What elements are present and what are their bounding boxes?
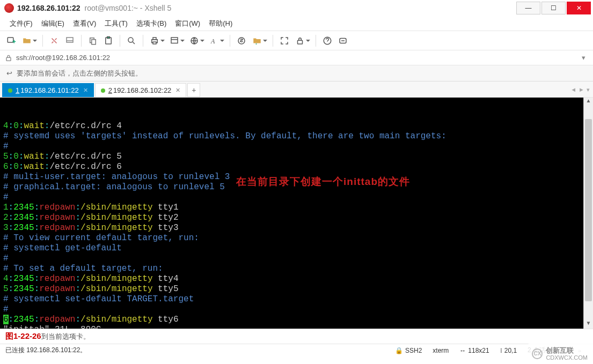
terminal-line: 5:0:wait:/etc/rc.d/rc 5 bbox=[3, 152, 582, 162]
terminal[interactable]: 4:0:wait:/etc/rc.d/rc 4# systemd uses 't… bbox=[0, 98, 583, 329]
resize-icon: ↔ bbox=[459, 347, 466, 354]
tab-number: 2 bbox=[108, 86, 112, 94]
terminal-line: # systemctl get-default bbox=[3, 243, 582, 254]
terminal-line: # To set a default target, run: bbox=[3, 264, 582, 274]
menu-edit[interactable]: 编辑(E) bbox=[37, 17, 69, 31]
svg-point-6 bbox=[128, 38, 133, 42]
svg-rect-14 bbox=[298, 40, 303, 44]
tab-prev-icon[interactable]: ◄ bbox=[570, 86, 576, 93]
annotation-text: 在当前目录下创建一个inittab的文件 bbox=[236, 176, 410, 187]
print-icon[interactable] bbox=[148, 34, 162, 48]
menu-window[interactable]: 窗口(W) bbox=[171, 17, 204, 31]
compose-icon[interactable] bbox=[336, 34, 350, 48]
web-icon[interactable] bbox=[187, 34, 201, 48]
watermark-logo-icon: CX bbox=[532, 348, 543, 359]
status-bar: 已连接 192.168.26.101:22。 🔒SSH2 xterm ↔118x… bbox=[0, 344, 593, 356]
arrow-back-icon[interactable]: ↩ bbox=[6, 69, 12, 77]
tab-list-icon[interactable]: ▾ bbox=[587, 86, 590, 93]
terminal-line: # bbox=[3, 254, 582, 264]
scroll-thumb[interactable] bbox=[585, 119, 592, 301]
terminal-line: 2:2345:redpawn:/sbin/mingetty tty2 bbox=[3, 213, 582, 223]
info-text: 要添加当前会话，点击左侧的箭头按钮。 bbox=[17, 69, 142, 78]
menu-view[interactable]: 查看(V) bbox=[69, 17, 100, 31]
minimize-button[interactable]: — bbox=[516, 2, 540, 14]
terminal-line: # bbox=[3, 304, 582, 315]
scroll-up-icon[interactable]: ▲ bbox=[584, 98, 593, 106]
new-session-icon[interactable] bbox=[4, 34, 18, 48]
scrollbar[interactable]: ▲ ▼ bbox=[583, 98, 593, 329]
svg-rect-0 bbox=[8, 38, 13, 42]
address-input[interactable]: ssh://root@192.168.26.101:22 bbox=[16, 54, 578, 62]
open-session-icon[interactable] bbox=[20, 34, 34, 48]
add-tab-button[interactable]: + bbox=[187, 83, 200, 97]
session-tab[interactable]: 1 192.168.26.101:22✕ bbox=[2, 83, 94, 97]
font-icon[interactable]: A bbox=[207, 34, 221, 48]
menu-help[interactable]: 帮助(H) bbox=[204, 17, 237, 31]
maximize-button[interactable]: ☐ bbox=[541, 2, 566, 14]
disconnect-icon[interactable] bbox=[63, 34, 77, 48]
scroll-down-icon[interactable]: ▼ bbox=[584, 320, 593, 329]
figure-label: 图1-22-26 bbox=[5, 331, 41, 341]
menu-tabs[interactable]: 选项卡(B) bbox=[132, 17, 171, 31]
tab-next-icon[interactable]: ► bbox=[579, 86, 584, 93]
link-icon bbox=[4, 54, 13, 62]
tab-label: 192.168.26.101:22 bbox=[20, 86, 78, 94]
properties-icon[interactable] bbox=[167, 34, 181, 48]
tab-number: 1 bbox=[16, 86, 19, 94]
tab-nav: ◄ ► ▾ bbox=[570, 81, 590, 98]
terminal-line: # systemctl set-default TARGET.target bbox=[3, 294, 582, 304]
terminal-line: # bbox=[3, 192, 582, 203]
svg-rect-17 bbox=[6, 57, 11, 61]
terminal-line: 6:2345:redpawn:/sbin/mingetty tty6 bbox=[3, 315, 582, 325]
fullscreen-icon[interactable] bbox=[277, 34, 291, 48]
menu-file[interactable]: 文件(F) bbox=[5, 17, 37, 31]
status-ssh: SSH2 bbox=[405, 347, 422, 354]
menu-tools[interactable]: 工具(T) bbox=[100, 17, 132, 31]
script-icon[interactable] bbox=[235, 34, 248, 48]
status-term: xterm bbox=[433, 347, 449, 354]
hint-text: 到当前选项卡。 bbox=[41, 332, 90, 341]
window-title: 192.168.26.101:22 bbox=[17, 4, 80, 12]
status-size: 118x21 bbox=[468, 347, 489, 354]
app-icon bbox=[4, 3, 14, 13]
terminal-line: "inittab" 31L, 890C bbox=[3, 325, 582, 329]
close-button[interactable]: ✕ bbox=[567, 2, 591, 14]
watermark: CX 创新互联 CDXWCX.COM bbox=[526, 344, 593, 364]
tab-close-icon[interactable]: ✕ bbox=[83, 87, 88, 94]
address-dropdown-icon[interactable]: ▾ bbox=[578, 54, 589, 62]
toolbar: A bbox=[0, 31, 593, 50]
title-bar: 192.168.26.101:22 root@vms001:~ - Xshell… bbox=[0, 0, 593, 16]
search-icon[interactable] bbox=[125, 34, 138, 48]
lock-status-icon: 🔒 bbox=[395, 347, 403, 354]
terminal-line: 4:2345:redpawn:/sbin/mingetty tty4 bbox=[3, 274, 582, 284]
address-bar: ssh://root@192.168.26.101:22 ▾ bbox=[0, 50, 593, 65]
copy-icon[interactable] bbox=[86, 34, 100, 48]
terminal-line: 5:2345:redpawn:/sbin/mingetty tty5 bbox=[3, 284, 582, 294]
cursor-icon: ⁞ bbox=[500, 347, 502, 354]
transfer-icon[interactable] bbox=[250, 34, 264, 48]
terminal-line: 1:2345:redpawn:/sbin/mingetty tty1 bbox=[3, 203, 582, 213]
svg-rect-5 bbox=[107, 36, 110, 38]
status-connected: 已连接 192.168.26.101:22。 bbox=[5, 346, 86, 355]
svg-rect-1 bbox=[67, 38, 73, 42]
svg-rect-10 bbox=[171, 38, 178, 43]
svg-rect-8 bbox=[153, 38, 156, 40]
reconnect-icon[interactable] bbox=[47, 34, 61, 48]
lock-icon[interactable] bbox=[293, 34, 307, 48]
terminal-line: 6:0:wait:/etc/rc.d/rc 6 bbox=[3, 162, 582, 172]
tab-close-icon[interactable]: ✕ bbox=[175, 87, 180, 94]
status-cursor: 20,1 bbox=[504, 347, 517, 354]
menu-bar: 文件(F) 编辑(E) 查看(V) 工具(T) 选项卡(B) 窗口(W) 帮助(… bbox=[0, 16, 593, 31]
paste-icon[interactable] bbox=[101, 34, 115, 48]
watermark-en: CDXWCX.COM bbox=[546, 354, 588, 361]
session-tab[interactable]: 2 192.168.26.102:22✕ bbox=[95, 83, 187, 97]
tab-bar: 1 192.168.26.101:22✕2 192.168.26.102:22✕… bbox=[0, 81, 593, 98]
status-dot-icon bbox=[8, 88, 12, 93]
svg-rect-3 bbox=[92, 39, 96, 44]
terminal-line: # systemd uses 'targets' instead of runl… bbox=[3, 131, 582, 142]
help-icon[interactable] bbox=[320, 34, 334, 48]
info-bar: ↩ 要添加当前会话，点击左侧的箭头按钮。 bbox=[0, 65, 593, 81]
terminal-line: # To view current default target, run: bbox=[3, 233, 582, 243]
terminal-line: 3:2345:redpawn:/sbin/mingetty tty3 bbox=[3, 223, 582, 233]
hint-bar: 图1-22-26 到当前选项卡。 bbox=[0, 329, 593, 344]
